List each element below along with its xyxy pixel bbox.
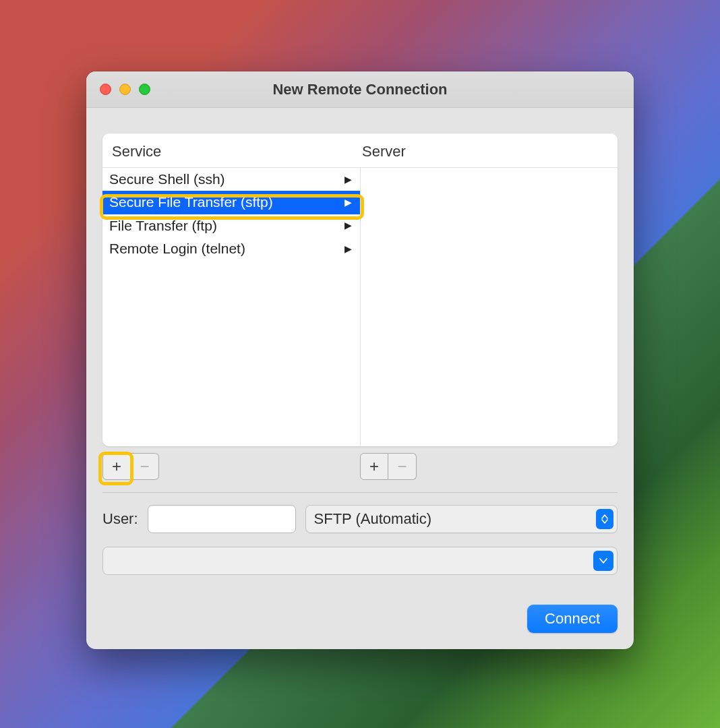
service-item-label: Remote Login (telnet) xyxy=(109,239,245,258)
panels: Service Server Secure Shell (ssh) ▶ Secu… xyxy=(102,133,618,446)
server-header: Server xyxy=(358,143,608,160)
remove-server-button[interactable]: − xyxy=(388,453,417,480)
remote-connection-window: New Remote Connection Service Server Sec… xyxy=(86,71,634,649)
connect-button[interactable]: Connect xyxy=(527,605,618,633)
list-container: Secure Shell (ssh) ▶ Secure File Transfe… xyxy=(102,167,618,446)
close-window-button[interactable] xyxy=(100,84,111,95)
user-input[interactable] xyxy=(148,505,296,533)
user-label: User: xyxy=(102,510,138,528)
service-item-label: Secure File Transfer (sftp) xyxy=(109,193,273,212)
command-combo[interactable] xyxy=(102,547,618,575)
list-action-buttons: + − + − xyxy=(102,453,618,480)
server-pm-group: + − xyxy=(360,453,618,480)
divider xyxy=(102,492,618,493)
service-list[interactable]: Secure Shell (ssh) ▶ Secure File Transfe… xyxy=(102,168,361,446)
minus-icon: − xyxy=(140,457,149,476)
add-service-button[interactable]: + xyxy=(102,453,131,480)
remove-service-button[interactable]: − xyxy=(131,453,159,480)
user-protocol-row: User: SFTP (Automatic) xyxy=(102,505,618,533)
chevron-right-icon: ▶ xyxy=(344,196,352,209)
titlebar: New Remote Connection xyxy=(86,71,634,108)
protocol-select[interactable]: SFTP (Automatic) xyxy=(305,505,618,533)
chevron-down-icon xyxy=(593,551,613,571)
service-item-label: File Transfer (ftp) xyxy=(109,216,217,235)
plus-icon: + xyxy=(369,457,379,476)
window-controls xyxy=(100,84,150,95)
panel-headers: Service Server xyxy=(102,133,618,167)
chevron-right-icon: ▶ xyxy=(344,219,352,232)
protocol-select-label: SFTP (Automatic) xyxy=(314,510,431,528)
footer-buttons: Connect xyxy=(102,605,618,633)
add-server-button[interactable]: + xyxy=(360,453,388,480)
plus-icon: + xyxy=(112,457,121,476)
minus-icon: − xyxy=(397,457,407,476)
server-list[interactable] xyxy=(361,168,618,446)
service-item-label: Secure Shell (ssh) xyxy=(109,170,225,189)
service-item-telnet[interactable]: Remote Login (telnet) ▶ xyxy=(102,237,360,260)
zoom-window-button[interactable] xyxy=(139,84,150,95)
service-item-ssh[interactable]: Secure Shell (ssh) ▶ xyxy=(102,168,360,191)
chevron-right-icon: ▶ xyxy=(344,243,352,255)
service-item-sftp[interactable]: Secure File Transfer (sftp) ▶ xyxy=(102,191,360,214)
service-item-ftp[interactable]: File Transfer (ftp) ▶ xyxy=(102,214,360,237)
chevron-right-icon: ▶ xyxy=(344,173,352,186)
updown-icon xyxy=(596,509,613,529)
window-title: New Remote Connection xyxy=(272,81,447,98)
minimize-window-button[interactable] xyxy=(119,84,131,95)
service-pm-group: + − xyxy=(102,453,360,480)
service-header: Service xyxy=(112,143,358,160)
window-content: Service Server Secure Shell (ssh) ▶ Secu… xyxy=(86,133,634,633)
